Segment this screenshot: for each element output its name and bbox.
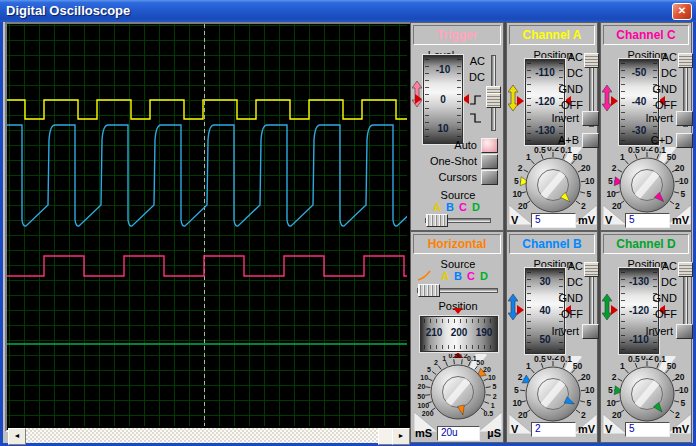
channel-c-value-row: V 5 mV — [601, 213, 691, 228]
knob-scale-label: 0.2 — [547, 147, 559, 153]
coupling-option-label: AC — [463, 55, 485, 67]
c-d-button[interactable] — [676, 133, 693, 148]
auto-button[interactable] — [481, 138, 498, 153]
knob-scale-label: 10 — [606, 189, 616, 199]
horizontal-timebase-knob[interactable]: 2001005020105210.50.20.15020105210.5 — [414, 354, 502, 432]
channel-a-title-text: Channel A — [523, 28, 582, 42]
source-channel-c[interactable]: C — [459, 201, 467, 213]
channel-c-value-box[interactable]: 5 — [625, 213, 670, 228]
source-channel-b[interactable]: B — [454, 270, 462, 282]
a-b-button[interactable] — [582, 133, 599, 148]
thumbwheel[interactable]: -10010 — [423, 55, 463, 144]
window-title: Digital Oscilloscope — [6, 3, 130, 18]
one-shot-button[interactable] — [481, 154, 498, 169]
knob-scale-label: 1 — [526, 361, 531, 371]
horizontal-position-wheel[interactable]: 210200190 — [420, 308, 496, 358]
knob-scale-label: 5 — [608, 176, 613, 186]
knob-scale-label: 0.1 — [560, 147, 572, 155]
trigger-source-slider[interactable] — [425, 214, 491, 226]
scope-display — [7, 24, 407, 426]
source-channel-c[interactable]: C — [467, 270, 475, 282]
knob-scale-label: 0.5 — [534, 356, 546, 364]
horizontal-value-box[interactable]: 20u — [437, 426, 480, 441]
source-channel-b[interactable]: B — [446, 201, 454, 213]
thumbwheel[interactable]: 210200190 — [420, 316, 498, 352]
channel-b-buttons: Invert — [535, 320, 597, 360]
knob-scale-label: 0.1 — [654, 356, 666, 364]
channel-b-value-box[interactable]: 2 — [531, 422, 576, 437]
channel-d-value-row: V 5 mV — [601, 422, 691, 437]
wheel-pointer-left — [517, 305, 524, 315]
source-channel-d[interactable]: D — [472, 201, 480, 213]
source-channel-a[interactable]: A — [441, 270, 449, 282]
wheel-pointer-left — [415, 94, 422, 104]
channel-a-value-box[interactable]: 5 — [531, 213, 576, 228]
channel-b-panel: Channel B Position 304050 ACDCGNDOFF Inv… — [506, 231, 598, 443]
knob-scale-label: 50 — [667, 361, 677, 371]
wheel-value: 10 — [424, 123, 462, 134]
channel-a-panel-title: Channel A — [509, 25, 595, 45]
invert-button[interactable] — [582, 324, 599, 339]
trigger-panel: Trigger Level -10010 ACDC AutoOne-ShotCu… — [410, 22, 504, 231]
wheel-value: -10 — [424, 64, 462, 75]
knob-svg[interactable]: 2001005020105210.50.20.15020105210.5 — [414, 354, 502, 432]
switch-thumb[interactable] — [678, 53, 693, 68]
trigger-panel-title: Trigger — [413, 25, 501, 45]
coupling-option-label: OFF — [645, 99, 677, 111]
channel-d-panel: Channel D Position -130-120-110 ACDCGNDO… — [600, 231, 692, 443]
slider-thumb[interactable] — [418, 284, 440, 297]
knob-scale-label: 1 — [442, 355, 446, 362]
coupling-option-label: GND — [645, 83, 677, 95]
button-label: A+B — [535, 134, 579, 146]
trigger-edge-switch[interactable] — [463, 91, 503, 131]
knob-scale-label: 0.2 — [641, 147, 653, 153]
wheel-value: 190 — [472, 327, 496, 338]
source-channel-d[interactable]: D — [480, 270, 488, 282]
title-bar[interactable]: Digital Oscilloscope ✕ — [0, 0, 696, 22]
scroll-left-icon: ◄ — [14, 432, 21, 439]
knob-scale-label: 20 — [518, 410, 528, 420]
knob-scale-label: 10 — [679, 176, 689, 186]
slider-thumb[interactable] — [426, 214, 448, 227]
knob-scale-label: 50 — [573, 361, 583, 371]
close-button[interactable]: ✕ — [672, 3, 692, 20]
knob-scale-label: 20 — [581, 372, 591, 382]
horizontal-source-slider[interactable] — [417, 284, 498, 296]
knob-scale-label: 20 — [612, 201, 622, 211]
switch-thumb[interactable] — [584, 262, 599, 277]
rising-edge-icon — [469, 94, 482, 106]
knob-scale-label: 10 — [679, 385, 689, 395]
invert-button[interactable] — [582, 111, 599, 126]
coupling-option-label: OFF — [645, 308, 677, 320]
wheel-pointer-left — [611, 96, 618, 106]
channel-a-buttons: InvertA+B — [535, 111, 597, 151]
unit-left-label: mS — [415, 427, 432, 439]
channel-c-title-text: Channel C — [616, 28, 675, 42]
coupling-option-label: OFF — [551, 308, 583, 320]
invert-button[interactable] — [676, 111, 693, 126]
wheel-value: 210 — [422, 327, 446, 338]
cursors-button[interactable] — [481, 170, 498, 185]
invert-button[interactable] — [676, 324, 693, 339]
trigger-mode-buttons: AutoOne-ShotCursors — [415, 138, 501, 188]
scroll-right-button[interactable]: ► — [392, 428, 410, 445]
channel-d-panel-title: Channel D — [603, 234, 689, 254]
source-channel-a[interactable]: A — [433, 201, 441, 213]
knob-scale-label: 0.2 — [547, 356, 559, 362]
horizontal-title-text: Horizontal — [428, 237, 487, 251]
switch-thumb[interactable] — [678, 262, 693, 277]
coupling-option-label: DC — [551, 276, 583, 288]
horizontal-scrollbar[interactable]: ◄ ► — [8, 428, 408, 443]
channel-d-value-box[interactable]: 5 — [625, 422, 670, 437]
ramp-source-icon[interactable] — [417, 270, 433, 282]
scroll-left-button[interactable]: ◄ — [8, 428, 26, 445]
switch-thumb[interactable] — [584, 53, 599, 68]
unit-right-label: mV — [672, 423, 689, 435]
knob-scale-label: 20 — [418, 383, 426, 390]
knob-scale-label: 2 — [518, 163, 523, 173]
coupling-option-label: AC — [645, 260, 677, 272]
switch-thumb[interactable] — [486, 93, 501, 108]
knob-scale-label: 50 — [573, 152, 583, 162]
trigger-title-text: Trigger — [437, 28, 478, 42]
knob-scale-label: 10 — [420, 374, 428, 381]
